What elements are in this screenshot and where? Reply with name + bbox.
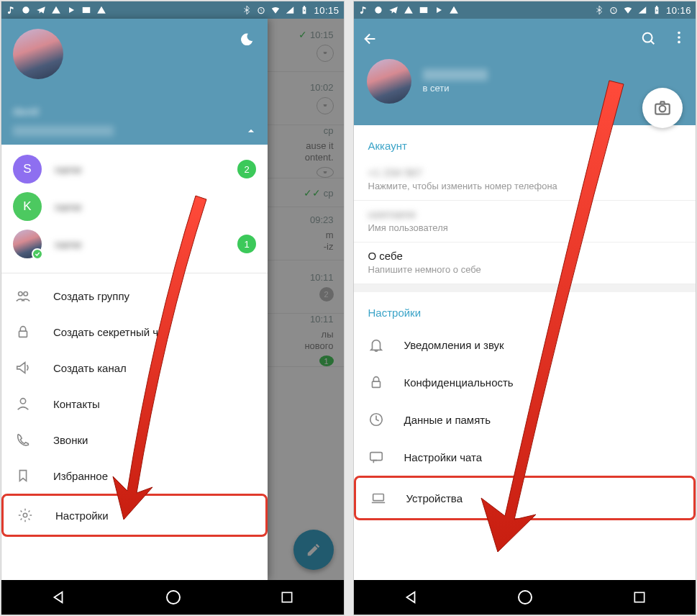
lock-icon [368, 374, 384, 390]
svg-rect-15 [283, 592, 292, 602]
data-icon [368, 412, 384, 427]
svg-point-34 [519, 591, 532, 604]
svg-point-10 [24, 292, 27, 296]
avatar [13, 230, 42, 258]
menu-label: Настройки [55, 509, 109, 522]
profile-name-blurred [423, 69, 488, 81]
gear-icon [17, 507, 34, 524]
alarm-icon [256, 5, 266, 15]
signal-icon [285, 5, 295, 15]
setting-label: Настройки чата [404, 451, 483, 463]
battery-icon [299, 5, 309, 15]
menu-label: Контакты [53, 398, 100, 410]
play-icon [434, 5, 444, 15]
home-button[interactable] [516, 589, 534, 606]
play-icon [66, 5, 76, 15]
setting-privacy[interactable]: Конфиденциальность [354, 363, 696, 401]
setting-data[interactable]: Данные и память [354, 401, 696, 438]
avatar: K [13, 192, 42, 221]
avatar[interactable] [367, 59, 411, 104]
drawer-username: david [13, 105, 39, 117]
menu-secret-chat[interactable]: Создать секретный чат [1, 314, 268, 350]
menu-create-group[interactable]: Создать группу [1, 278, 268, 314]
back-button[interactable] [50, 589, 66, 605]
svg-rect-3 [83, 7, 91, 13]
unread-badge: 1 [237, 235, 256, 253]
svg-rect-33 [373, 494, 383, 501]
setting-devices[interactable]: Устройства [356, 479, 694, 517]
account-name-blurred: name [55, 238, 224, 250]
active-check-icon [32, 248, 43, 260]
username-value-blurred: username [368, 208, 682, 220]
avatar: S [13, 155, 42, 184]
statusbar: 10:15 [1, 1, 344, 19]
person-icon [14, 395, 32, 412]
statusbar: 10:16 [354, 1, 696, 19]
warning-icon [51, 5, 61, 15]
menu-label: Избранное [53, 470, 108, 482]
warning-icon-2 [96, 5, 106, 15]
svg-rect-22 [656, 6, 657, 7]
image-icon [81, 5, 91, 15]
signal-icon [637, 5, 647, 15]
account-item[interactable]: K name [1, 188, 268, 225]
android-navbar [354, 580, 696, 615]
setting-label: Уведомления и звук [404, 339, 504, 351]
alarm-icon [609, 5, 619, 15]
telegram-icon [388, 5, 398, 15]
username-hint: Имя пользователя [368, 222, 682, 233]
statusbar-time: 10:15 [314, 5, 339, 16]
note-icon [358, 5, 368, 15]
section-settings-title: Настройки [354, 292, 696, 326]
setting-phone[interactable]: +1 234 567 Нажмите, чтобы изменить номер… [354, 159, 696, 200]
bookmark-icon [14, 467, 32, 484]
statusbar-time: 10:16 [666, 5, 691, 16]
svg-rect-35 [634, 592, 644, 602]
about-label: О себе [368, 250, 682, 262]
svg-point-2 [22, 6, 29, 13]
setting-username[interactable]: username Имя пользователя [354, 201, 696, 242]
menu-contacts[interactable]: Контакты [1, 386, 268, 422]
back-icon[interactable] [363, 31, 378, 47]
home-button[interactable] [165, 589, 182, 606]
svg-rect-11 [19, 331, 27, 337]
account-name-blurred: name [55, 163, 224, 176]
section-account-title: Аккаунт [354, 125, 696, 159]
setting-notifications[interactable]: Уведомления и звук [354, 326, 696, 363]
menu-favorites[interactable]: Избранное [1, 458, 268, 494]
svg-point-14 [167, 591, 180, 604]
search-icon[interactable] [641, 31, 657, 47]
svg-point-9 [19, 292, 22, 296]
circle-icon [21, 5, 31, 15]
more-icon[interactable] [671, 30, 687, 48]
menu-label: Создать группу [53, 290, 129, 302]
wifi-icon [270, 5, 281, 15]
recents-button[interactable] [280, 590, 294, 604]
highlight-devices: Устройства [354, 476, 696, 520]
image-icon [419, 5, 429, 15]
chevron-up-icon[interactable] [246, 126, 256, 136]
account-item[interactable]: S name 2 [1, 150, 268, 188]
svg-rect-1 [10, 6, 11, 12]
account-item[interactable]: name 1 [1, 225, 268, 263]
svg-point-27 [678, 41, 680, 44]
android-navbar [1, 580, 344, 615]
menu-calls[interactable]: Звонки [1, 422, 268, 458]
note-icon [6, 5, 16, 15]
menu-settings[interactable]: Настройки [4, 497, 265, 533]
svg-rect-32 [370, 453, 382, 461]
setting-chat[interactable]: Настройки чата [354, 438, 696, 476]
back-button[interactable] [403, 589, 419, 605]
battery-icon [652, 5, 662, 15]
megaphone-icon [14, 359, 32, 376]
menu-create-channel[interactable]: Создать канал [1, 350, 268, 386]
svg-rect-30 [372, 381, 380, 387]
recents-button[interactable] [632, 590, 647, 604]
avatar[interactable] [13, 29, 63, 79]
setting-about[interactable]: О себе Напишите немного о себе [354, 243, 696, 284]
drawer-header: david [1, 19, 268, 145]
group-icon [14, 287, 32, 304]
navigation-drawer: david S name 2 K name name 1 [1, 19, 268, 580]
camera-fab[interactable] [642, 88, 683, 128]
night-mode-icon[interactable] [239, 32, 255, 47]
